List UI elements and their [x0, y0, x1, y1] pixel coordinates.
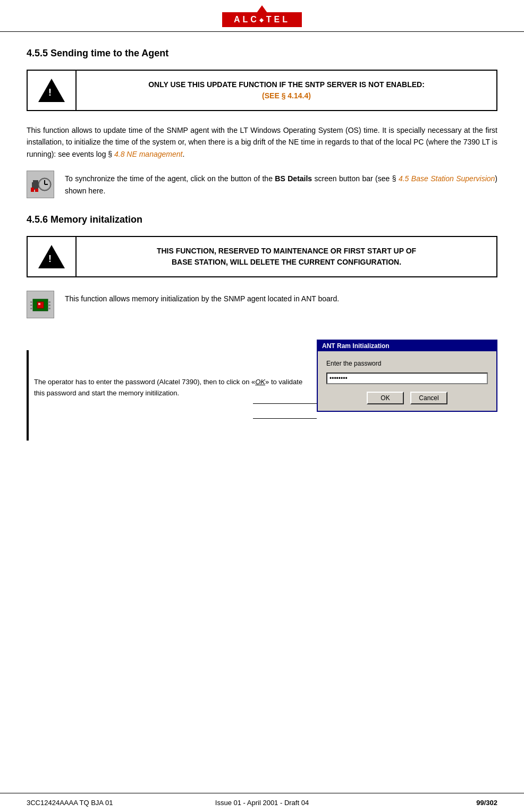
- svg-rect-18: [38, 303, 40, 305]
- section-456-heading: 4.5.6 Memory initalization: [27, 214, 497, 225]
- logo: ALC◆TEL: [222, 5, 302, 27]
- footer-right: 99/302: [341, 799, 497, 807]
- warning-link-455[interactable]: (SEE § 4.14.4): [262, 91, 311, 100]
- screenshot-area: The operator has to enter the password (…: [27, 334, 497, 441]
- dialog-cancel-button[interactable]: Cancel: [410, 392, 447, 404]
- logo-arrow: [257, 5, 267, 13]
- left-border-line: [27, 350, 29, 441]
- page-container: ALC◆TEL 4.5.5 Sending time to the Agent …: [0, 0, 524, 812]
- connector-line-2: [253, 418, 317, 419]
- link-base-supervision[interactable]: 4.5 Base Station Supervision: [399, 174, 495, 183]
- dialog-titlebar: ANT Ram Initialization: [318, 341, 496, 351]
- svg-rect-11: [30, 301, 33, 303]
- password-input[interactable]: [326, 373, 488, 384]
- sync-time-icon: [27, 171, 54, 198]
- warning-text-456: THIS FUNCTION, RESERVED TO MAINTENANCE O…: [157, 246, 416, 268]
- warning-text-455: ONLY USE THIS UPDATE FUNCTION IF THE SNT…: [148, 79, 425, 102]
- svg-rect-13: [30, 308, 33, 309]
- dialog-title: ANT Ram Initialization: [322, 342, 390, 350]
- bold-bs-details: BS Details: [275, 174, 312, 183]
- svg-rect-12: [30, 304, 33, 306]
- dialog-input-row: [326, 373, 488, 384]
- icon-text-row-455: To synchronize the time of the agent, cl…: [27, 171, 497, 198]
- section-455-heading: 4.5.5 Sending time to the Agent: [27, 48, 497, 59]
- warning-text-cell-456: THIS FUNCTION, RESERVED TO MAINTENANCE O…: [77, 237, 496, 276]
- ok-text-ref: OK: [255, 378, 265, 386]
- screenshot-left-text: The operator has to enter the password (…: [27, 334, 317, 399]
- svg-rect-16: [48, 308, 50, 309]
- warning-icon-cell-456: [28, 237, 77, 276]
- ant-ram-dialog: ANT Ram Initialization Enter the passwor…: [317, 340, 497, 412]
- page-total: /302: [484, 799, 497, 807]
- logo-text: ALC◆TEL: [222, 12, 302, 27]
- svg-rect-15: [48, 304, 50, 306]
- dialog-label: Enter the password: [326, 360, 488, 367]
- header: ALC◆TEL: [0, 0, 524, 32]
- logo-dot: ◆: [259, 17, 266, 23]
- warning-box-455: ONLY USE THIS UPDATE FUNCTION IF THE SNT…: [27, 70, 497, 111]
- content: 4.5.5 Sending time to the Agent ONLY USE…: [0, 32, 524, 472]
- screenshot-row: The operator has to enter the password (…: [27, 334, 497, 412]
- warning-box-456: THIS FUNCTION, RESERVED TO MAINTENANCE O…: [27, 236, 497, 277]
- warning-triangle-455: [38, 79, 65, 102]
- footer: 3CC12424AAAA TQ BJA 01 Issue 01 - April …: [0, 793, 524, 812]
- footer-center: Issue 01 - April 2001 - Draft 04: [183, 799, 340, 807]
- dialog-buttons: OK Cancel: [326, 392, 488, 404]
- page-number: 99: [476, 799, 484, 807]
- warning-text-cell-455: ONLY USE THIS UPDATE FUNCTION IF THE SNT…: [77, 71, 496, 110]
- dialog-container: ANT Ram Initialization Enter the passwor…: [317, 340, 497, 412]
- icon-text-row-456: This function allows memory initializati…: [27, 291, 497, 318]
- logo-tel: TEL: [266, 15, 290, 24]
- svg-rect-14: [48, 301, 50, 303]
- logo-alc: ALC: [234, 15, 259, 24]
- body-text-455: This function allows to update time of t…: [27, 124, 497, 160]
- memory-icon-svg: [28, 292, 53, 317]
- link-ne-management[interactable]: 4.8 NE management: [114, 150, 182, 158]
- memory-icon: [27, 291, 54, 318]
- warning-triangle-456: [38, 245, 65, 268]
- connector-line-1: [253, 403, 317, 404]
- footer-left: 3CC12424AAAA TQ BJA 01: [27, 799, 183, 807]
- dialog-ok-button[interactable]: OK: [367, 392, 404, 404]
- svg-rect-8: [35, 189, 38, 192]
- warning-icon-cell-455: [28, 71, 77, 110]
- sync-icon-svg: [28, 172, 53, 197]
- dialog-body: Enter the password OK Cancel: [318, 351, 496, 411]
- svg-rect-7: [31, 188, 34, 192]
- operator-text: The operator has to enter the password (…: [34, 378, 302, 397]
- icon-description-455: To synchronize the time of the agent, cl…: [65, 171, 497, 197]
- icon-description-456: This function allows memory initializati…: [65, 291, 497, 304]
